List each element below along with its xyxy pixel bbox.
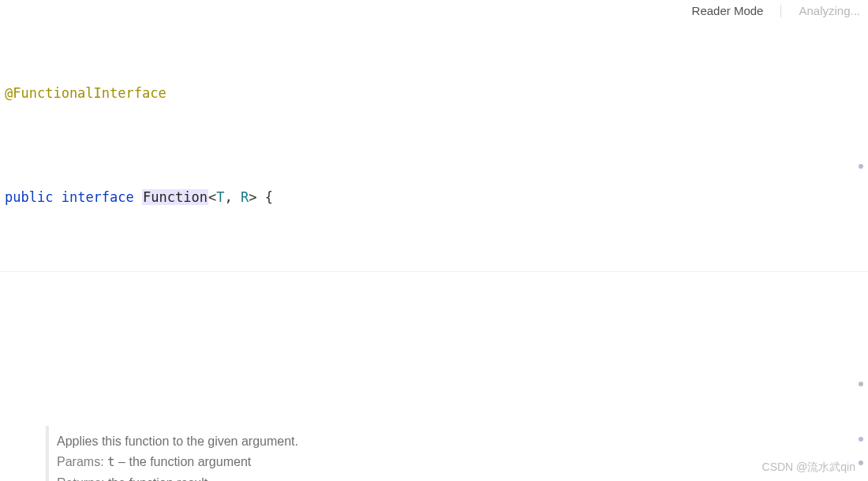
code-editor[interactable]: @FunctionalInterface public interface Fu… [0,0,868,481]
gutter-marker[interactable] [859,437,863,442]
doc-desc: Applies this function to the given argum… [57,432,739,452]
kw-public: public [5,189,53,205]
interface-declaration: public interface Function<T, R> { [0,187,868,207]
top-actions: Reader Mode Analyzing... [692,4,860,17]
gutter-marker[interactable] [859,460,863,465]
divider [780,5,781,17]
annotation-token: @FunctionalInterface [5,85,166,101]
fold-separator [0,271,868,272]
watermark: CSDN @流水武qin [762,460,855,475]
doc-params: Params: t – the function argument [57,453,739,472]
gutter-marker[interactable] [859,382,863,386]
gutter-marker[interactable] [859,164,863,169]
javadoc-apply: Applies this function to the given argum… [46,426,748,481]
analyzing-status: Analyzing... [799,4,860,17]
annotation-line: @FunctionalInterface [0,83,868,103]
doc-returns: Returns: the function result [57,474,739,481]
class-name-function: Function [142,189,208,205]
kw-interface: interface [62,189,134,205]
reader-mode-button[interactable]: Reader Mode [692,4,764,17]
